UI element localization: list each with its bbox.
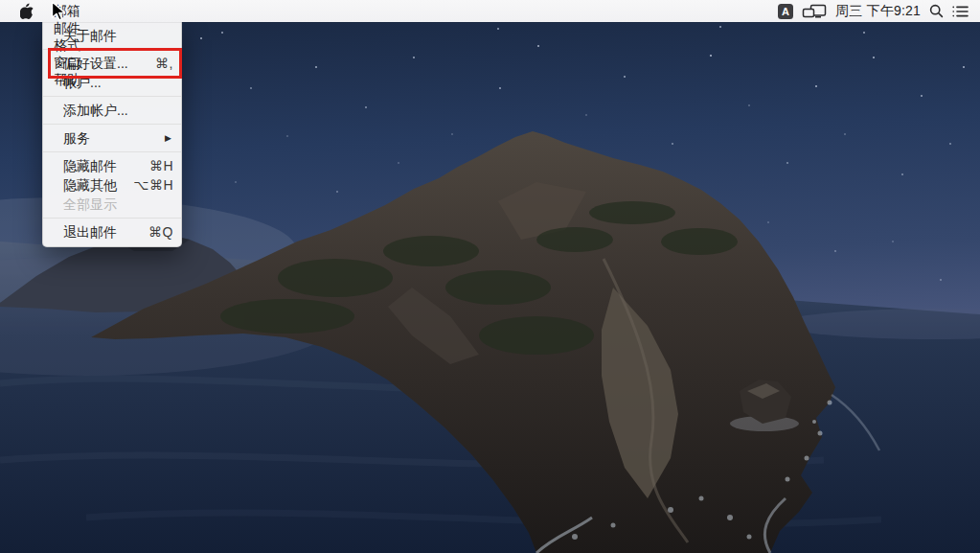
menubar-menu-5[interactable]: 邮件 <box>43 20 91 37</box>
menu-item-label: 添加帐户... <box>63 101 128 120</box>
menu-item-shortcut: ⌘Q <box>148 222 173 242</box>
menu-separator <box>43 218 181 219</box>
menu-item-label: 服务 <box>63 128 90 148</box>
menu-item-shortcut: ⌘H <box>149 156 173 175</box>
menu-item-label: 隐藏其他 <box>63 175 117 195</box>
menu-item[interactable]: 隐藏邮件⌘H <box>43 156 181 175</box>
menu-bar: 邮件文件编辑显示邮箱邮件格式窗口帮助 A 周三 下午9:21 <box>0 0 980 22</box>
menu-separator <box>43 124 181 125</box>
menu-item[interactable]: 退出邮件⌘Q <box>43 222 181 242</box>
menubar-menu-6[interactable]: 格式 <box>43 37 91 55</box>
menu-item: 全部显示 <box>43 195 181 214</box>
menu-item[interactable]: 添加帐户... <box>43 101 181 120</box>
menu-separator <box>43 96 181 97</box>
submenu-arrow-icon: ▶ <box>165 128 173 148</box>
menubar-menu-4[interactable]: 邮箱 <box>43 3 91 20</box>
menu-bar-menus: 邮件文件编辑显示邮箱邮件格式窗口帮助 <box>43 0 91 89</box>
menu-item-shortcut: ⌥⌘H <box>133 175 173 195</box>
menu-item[interactable]: 隐藏其他⌥⌘H <box>43 175 181 195</box>
notification-center-list-icon[interactable] <box>952 0 969 22</box>
menu-item-label: 全部显示 <box>63 195 117 214</box>
menu-item-label: 隐藏邮件 <box>63 156 117 175</box>
menu-bar-clock[interactable]: 周三 下午9:21 <box>835 0 921 22</box>
menu-bar-status: A 周三 下午9:21 <box>769 0 980 22</box>
display-mirroring-icon[interactable] <box>802 0 827 22</box>
menu-item[interactable]: 服务▶ <box>43 128 181 148</box>
menu-item-shortcut: ⌘, <box>155 54 173 73</box>
spotlight-search-icon[interactable] <box>929 0 944 22</box>
menu-bar-left: 邮件文件编辑显示邮箱邮件格式窗口帮助 <box>0 0 91 22</box>
menu-separator <box>43 151 181 152</box>
apple-logo-icon <box>20 3 34 19</box>
input-source-menu[interactable]: A <box>778 4 793 19</box>
desktop: 邮件文件编辑显示邮箱邮件格式窗口帮助 A 周三 下午9:21 <box>0 0 980 553</box>
apple-menu[interactable] <box>0 0 43 22</box>
menubar-menu-7[interactable]: 窗口 <box>43 55 91 72</box>
menu-item-label: 退出邮件 <box>63 222 117 242</box>
menubar-menu-8[interactable]: 帮助 <box>43 72 91 89</box>
